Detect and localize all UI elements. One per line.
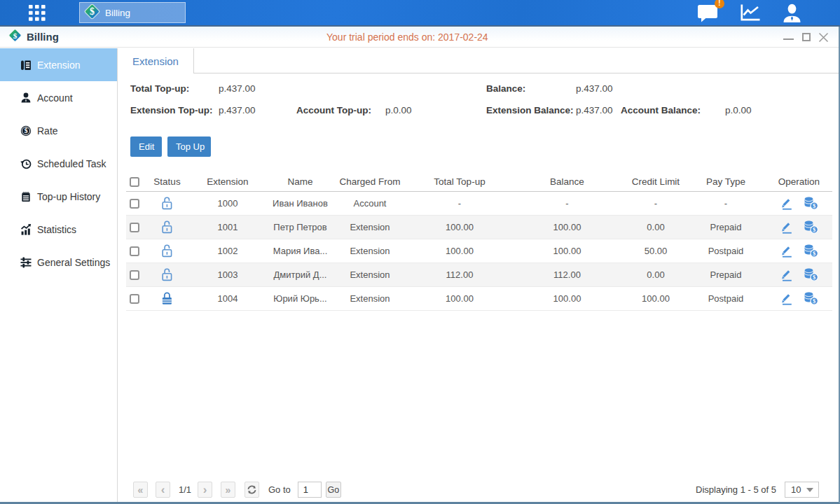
top-up-row-icon[interactable]: $ (803, 244, 818, 258)
total-topup-value: p.437.00 (219, 83, 256, 94)
billing-window-icon: $ (8, 29, 22, 45)
top-up-row-icon[interactable]: $ (803, 196, 818, 210)
sidebar-item-account[interactable]: Account (0, 81, 117, 114)
sidebar-item-label: Rate (37, 125, 58, 136)
account-balance-label: Account Balance: (621, 105, 701, 115)
extension-balance-value: p.437.00 (576, 105, 613, 115)
checkbox-cell (126, 286, 150, 310)
user-account-icon[interactable] (782, 4, 802, 22)
first-page-button[interactable]: « (133, 482, 148, 498)
balance-value: p.437.00 (576, 83, 613, 94)
sidebar-item-statistics[interactable]: Statistics (0, 213, 117, 246)
account-person-icon (20, 92, 32, 104)
top-up-row-icon[interactable]: $ (803, 291, 818, 305)
statistics-chart-icon[interactable] (740, 4, 761, 22)
row-checkbox[interactable] (130, 199, 139, 209)
top-up-row-icon[interactable]: $ (803, 220, 818, 234)
pagination-bar: « ‹ 1/1 › » Go to Go (133, 482, 341, 498)
extension-cell: 1003 (184, 262, 271, 286)
prev-page-button[interactable]: ‹ (156, 482, 170, 498)
scheduled-task-clock-icon (20, 158, 32, 169)
svg-text:$: $ (25, 127, 28, 134)
go-button[interactable]: Go (326, 482, 341, 498)
edit-row-icon[interactable] (780, 244, 794, 258)
rate-dollar-icon: $ (20, 125, 32, 136)
pay-type-cell: Prepaid (686, 215, 766, 239)
credit-limit-cell: 0.00 (626, 215, 686, 239)
charged-from-cell: Extension (329, 239, 411, 262)
sidebar-item-rate[interactable]: $ Rate (0, 114, 117, 147)
charged-from-cell: Extension (329, 262, 411, 286)
general-settings-sliders-icon (20, 256, 32, 268)
page-size-dropdown[interactable]: 10 (785, 482, 819, 498)
edit-button[interactable]: Edit (130, 136, 162, 157)
column-header-credit-limit: Credit Limit (626, 173, 686, 191)
column-header-operation: Operation (766, 173, 832, 191)
svg-text:$: $ (813, 298, 816, 304)
extension-balance-label: Extension Balance: (486, 105, 574, 115)
last-page-button[interactable]: » (221, 482, 235, 498)
status-cell (150, 262, 184, 286)
sidebar-item-label: Account (37, 92, 73, 104)
row-checkbox[interactable] (130, 294, 139, 304)
top-system-bar: $ Billing ! (0, 0, 840, 27)
trial-notice: Your trial period ends on: 2017-02-24 (326, 27, 488, 48)
statistics-bars-icon (20, 223, 32, 235)
sidebar-item-scheduled-task[interactable]: Scheduled Task (0, 147, 117, 180)
edit-row-icon[interactable] (780, 267, 794, 281)
app-grid-icon[interactable] (29, 5, 46, 24)
tab-extension[interactable]: Extension (118, 48, 194, 74)
edit-row-icon[interactable] (780, 220, 794, 234)
close-button[interactable] (818, 32, 829, 43)
extension-tab-content: Total Top-up: p.437.00 Balance: p.437.00… (118, 74, 839, 502)
pay-type-cell: Prepaid (686, 262, 766, 286)
svg-text:$: $ (813, 226, 816, 233)
edit-row-icon[interactable] (780, 196, 794, 210)
table-row: 1001 Петр Петров Extension 100.00 100.00… (126, 215, 832, 239)
top-up-row-icon[interactable]: $ (803, 267, 818, 281)
name-cell: Дмитрий Д... (271, 262, 329, 286)
status-cell (150, 215, 184, 239)
balance-cell: 100.00 (509, 239, 626, 262)
select-all-checkbox[interactable] (130, 177, 139, 187)
messages-icon[interactable]: ! (697, 4, 719, 22)
page-size-value: 10 (791, 484, 806, 495)
credit-limit-cell: 100.00 (626, 286, 686, 310)
column-header-name: Name (271, 173, 329, 191)
checkbox-cell (126, 262, 150, 286)
status-cell (150, 239, 184, 262)
extensions-table: Status Extension Name Charged From Total… (126, 173, 832, 311)
unlocked-icon (160, 244, 174, 258)
top-up-button[interactable]: Top Up (167, 136, 211, 157)
taskbar-tab-billing[interactable]: $ Billing (79, 2, 186, 23)
status-cell (150, 286, 184, 310)
table-header-row: Status Extension Name Charged From Total… (126, 173, 832, 191)
maximize-button[interactable] (802, 33, 811, 41)
goto-page-input[interactable] (298, 482, 322, 498)
sidebar-item-topup-history[interactable]: Top-up History (0, 180, 117, 213)
operation-cell: $ (766, 191, 832, 215)
total-topup-cell: 100.00 (411, 286, 509, 310)
billing-window: $ Billing Your trial period ends on: 201… (0, 27, 840, 504)
sidebar-item-extension[interactable]: Extension (0, 48, 117, 81)
sidebar-item-general-settings[interactable]: General Settings (0, 246, 117, 279)
minimize-button[interactable] (783, 38, 794, 40)
row-checkbox[interactable] (130, 246, 139, 256)
credit-limit-cell: 50.00 (626, 239, 686, 262)
row-checkbox[interactable] (130, 223, 139, 232)
credit-limit-cell: 0.00 (626, 262, 686, 286)
next-page-button[interactable]: › (198, 482, 212, 498)
row-checkbox[interactable] (130, 270, 139, 280)
extension-phone-icon (20, 59, 32, 71)
table-row: 1003 Дмитрий Д... Extension 112.00 112.0… (126, 262, 832, 286)
status-cell (150, 191, 184, 215)
charged-from-cell: Extension (329, 286, 411, 310)
svg-text:$: $ (813, 250, 816, 257)
refresh-button[interactable] (245, 482, 259, 498)
column-header-status: Status (150, 173, 184, 191)
page-indicator: 1/1 (172, 484, 198, 495)
edit-row-icon[interactable] (780, 291, 794, 305)
sidebar-item-label: General Settings (37, 257, 110, 268)
table-body: 1000 Иван Иванов Account - - - - (126, 191, 832, 310)
select-all-cell (126, 173, 150, 191)
